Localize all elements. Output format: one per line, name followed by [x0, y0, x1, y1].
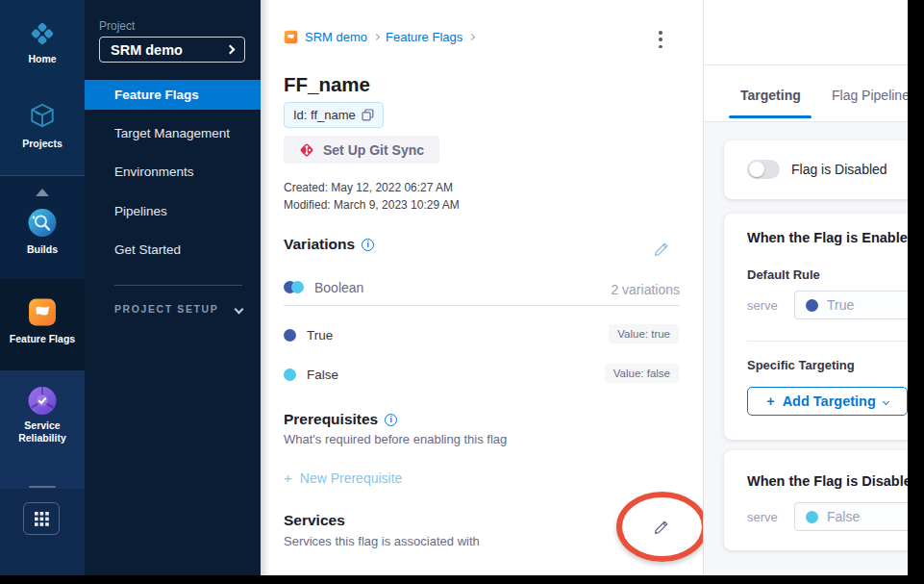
sidebar-item-pipelines[interactable]: Pipelines [85, 204, 261, 218]
flag-state-card: Flag is Disabled [724, 140, 908, 199]
false-variation-dot [806, 511, 818, 523]
add-targeting-label: Add Targeting [783, 394, 876, 409]
services-title: Services [284, 512, 345, 529]
projects-icon [28, 101, 57, 130]
chevron-right-icon [226, 45, 236, 55]
project-selector[interactable]: SRM demo [99, 37, 245, 63]
variations-divider [284, 305, 680, 306]
variation-type-row: Boolean [284, 280, 363, 295]
serve-value: False [827, 509, 860, 524]
enabled-card-heading: When the Flag is Enabled [747, 230, 908, 245]
sidebar-item-target-management[interactable]: Target Management [85, 126, 261, 140]
new-prerequisite-label: New Prerequisite [300, 470, 403, 486]
disabled-serve-dropdown[interactable]: False [794, 502, 908, 531]
new-prerequisite-button[interactable]: + New Prerequisite [284, 470, 402, 486]
project-label: Project [99, 19, 135, 33]
copy-icon[interactable] [362, 109, 374, 121]
serve-label: serve [747, 298, 778, 313]
rail-mini-divider [29, 486, 56, 488]
chevron-down-icon [235, 304, 244, 314]
module-rail: Home Projects Builds [0, 0, 85, 575]
serve-label: serve [747, 510, 778, 524]
sidebar-item-environments[interactable]: Environments [85, 165, 261, 179]
variations-title: Variations [284, 236, 355, 253]
services-description: Services this flag is associated with [284, 534, 480, 548]
prerequisites-heading: Prerequisites i [284, 411, 397, 428]
info-icon[interactable]: i [385, 414, 397, 426]
feature-flags-icon [284, 30, 298, 44]
feature-flags-icon [28, 297, 58, 327]
git-sync-label: Set Up Git Sync [323, 142, 424, 158]
rail-item-label: Projects [0, 138, 85, 150]
variation-count: 2 variations [611, 282, 680, 297]
flag-disabled-card: When the Flag is Disabled serve False [724, 450, 908, 550]
project-setup-toggle[interactable]: PROJECT SETUP [114, 303, 242, 315]
tab-flag-pipeline[interactable]: Flag Pipeline [832, 88, 908, 103]
rail-item-label: Feature Flags [0, 333, 85, 345]
false-value-chip: Value: false [605, 364, 679, 383]
prerequisites-description: What's required before enabling this fla… [284, 432, 507, 446]
module-overview-button[interactable] [23, 502, 60, 535]
variation-row-true: True [284, 328, 333, 343]
services-heading: Services [284, 512, 345, 529]
active-tab-underline [729, 115, 812, 118]
sidebar-item-get-started[interactable]: Get Started [85, 242, 261, 257]
project-setup-label: PROJECT SETUP [114, 303, 218, 315]
breadcrumb-section-link[interactable]: Feature Flags [386, 30, 462, 44]
project-name: SRM demo [111, 42, 183, 58]
chevron-down-icon [883, 397, 889, 404]
service-reliability-icon [28, 386, 58, 416]
flag-state-label: Flag is Disabled [791, 162, 887, 177]
flag-enabled-toggle[interactable] [747, 160, 780, 179]
chevron-right-icon [373, 34, 380, 40]
targeting-panel: Targeting Flag Pipeline Flag is Disabled… [703, 0, 908, 575]
info-icon[interactable]: i [362, 239, 374, 251]
rail-item-label: Builds [0, 243, 85, 256]
variation-name: True [307, 328, 333, 343]
flag-id-text: Id: ff_name [293, 108, 356, 122]
rail-item-label: Service Reliability [0, 419, 85, 444]
app-window: Home Projects Builds [0, 0, 908, 575]
flag-detail-main: SRM demo Feature Flags FF_name Id: ff_na… [261, 0, 703, 575]
rail-item-label: Home [0, 53, 85, 65]
default-serve-dropdown[interactable]: True [794, 291, 908, 319]
flag-enabled-card: When the Flag is Enabled Default Rule se… [724, 214, 908, 440]
prerequisites-title: Prerequisites [284, 411, 378, 428]
edit-services-icon[interactable] [653, 519, 670, 536]
flag-id-chip[interactable]: Id: ff_name [284, 102, 384, 128]
flag-title: FF_name [284, 73, 370, 96]
panel-header-divider [704, 64, 908, 65]
disabled-card-heading: When the Flag is Disabled [747, 473, 908, 489]
serve-value: True [827, 297, 854, 313]
git-sync-icon [299, 142, 314, 158]
setup-git-sync-button[interactable]: Set Up Git Sync [284, 136, 439, 164]
modified-timestamp: Modified: March 9, 2023 10:29 AM [284, 198, 460, 212]
variations-heading: Variations i [284, 236, 374, 253]
project-sidebar: Project SRM demo Feature Flags Target Ma… [85, 0, 261, 575]
builds-icon [28, 208, 58, 238]
plus-icon: + [284, 470, 292, 486]
true-variation-dot [806, 299, 818, 312]
breadcrumb-project-link[interactable]: SRM demo [305, 30, 367, 44]
home-icon [28, 19, 57, 48]
grid-icon [35, 512, 49, 526]
sidebar-divider [114, 285, 242, 286]
sidebar-item-label: Feature Flags [114, 88, 199, 102]
created-timestamp: Created: May 12, 2022 06:27 AM [284, 181, 453, 194]
variation-row-false: False [284, 368, 338, 382]
tab-targeting[interactable]: Targeting [740, 88, 801, 103]
sidebar-item-feature-flags[interactable]: Feature Flags [85, 80, 261, 110]
false-variation-dot [284, 368, 296, 381]
flag-options-menu-button[interactable] [655, 31, 666, 48]
edit-variations-icon[interactable] [653, 241, 670, 258]
card-divider [747, 341, 908, 342]
specific-targeting-label: Specific Targeting [747, 358, 855, 372]
variation-type-label: Boolean [314, 280, 363, 295]
add-targeting-button[interactable]: + Add Targeting [747, 387, 908, 416]
plus-icon: + [766, 394, 774, 409]
rail-divider [0, 175, 85, 176]
breadcrumb: SRM demo Feature Flags [284, 30, 474, 44]
default-rule-label: Default Rule [747, 267, 820, 282]
true-value-chip: Value: true [609, 324, 679, 343]
rail-scroll-up-icon[interactable] [36, 189, 49, 196]
